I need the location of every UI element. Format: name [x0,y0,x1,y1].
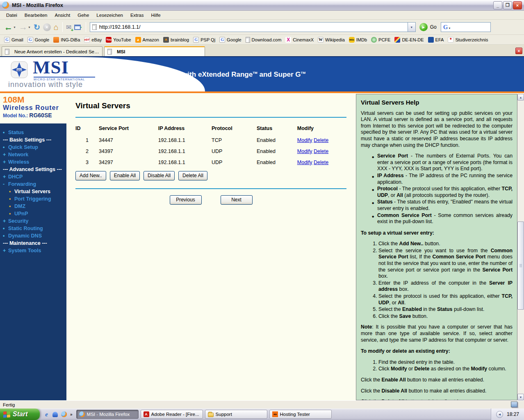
go-label[interactable]: Go [430,24,437,30]
search-engine-dropdown-icon[interactable]: ▼ [448,27,451,30]
bookmark-ebay[interactable]: ebYeBay [82,36,104,43]
url-dropdown-button[interactable]: ▼ [408,23,415,32]
menu-gehe[interactable]: Gehe [74,11,93,19]
sidebar-item-system-tools[interactable]: +System Tools [3,247,66,254]
firefox-icon[interactable] [61,411,67,418]
taskbar-task-firefox[interactable]: MSI - Mozilla Firefox [76,410,139,419]
tab-msi[interactable]: MSI [104,46,205,56]
sidebar-item-static-routing[interactable]: •Static Routing [3,225,66,232]
modify-link[interactable]: Modify [297,148,312,154]
bookmark-amazon[interactable]: aAmazon [133,36,161,43]
delete-link[interactable]: Delete [314,137,328,143]
bookmark-efa[interactable]: EFA [426,36,446,43]
bookmark-google-2[interactable]: GGoogle [217,36,243,43]
taskbar-task-hosting-tester[interactable]: ◄► Hosting Tester [269,410,332,419]
delete-link[interactable]: Delete [314,160,328,165]
bookmark-studiverzeichnis[interactable]: *Studiverzeichnis [446,36,490,43]
delete-link[interactable]: Delete [314,148,328,154]
stop-button[interactable]: × [42,21,52,33]
go-button[interactable]: ▶ [419,23,428,31]
sidebar-item-forwarding[interactable]: -Forwarding [3,180,66,188]
sidebar-item-wireless[interactable]: +Wireless [3,158,66,166]
forward-button[interactable]: →▼ [18,21,32,33]
help-panel: Virtual Servers Help Virtual servers can… [356,94,517,400]
dictionary-icon [394,37,400,43]
tab-forum[interactable]: Neue Antwort erstellen - Dedicated Serve… [2,46,103,56]
bookmark-label: eBay [91,37,102,42]
taskbar-clock: 18:27 [507,411,519,417]
minimize-button[interactable]: _ [493,1,502,9]
bookmark-wikipedia[interactable]: WWikipedia [316,36,347,43]
messenger-icon[interactable] [52,411,58,418]
back-dropdown-icon[interactable]: ▼ [13,26,16,29]
bookmark-pcfe[interactable]: PCFE [369,36,392,43]
menu-hilfe[interactable]: Hilfe [148,11,164,19]
tray-collapse-icon[interactable]: ◄ [496,411,503,418]
bookmark-de-en-de[interactable]: DE-EN-DE [392,36,426,43]
bookmark-brainblog[interactable]: Abrainblog [161,36,191,43]
help-step: Select the Enabled in the Status pull-do… [378,306,513,313]
enable-all-button[interactable]: Enable All [110,171,140,180]
start-label: Start [13,411,27,418]
menu-lesezeichen[interactable]: Lesezeichen [93,11,127,19]
disable-all-button[interactable]: Disable All [144,171,175,180]
menu-ansicht[interactable]: Ansicht [51,11,74,19]
bookmark-psp-qj[interactable]: GPSP Qj [191,36,217,43]
delete-all-button[interactable]: Delete All [178,171,207,180]
quick-launch-overflow-icon[interactable]: » [70,412,73,417]
sidebar-item-virtual-servers[interactable]: •Virtual Servers [9,188,66,195]
sidebar-item-port-triggering[interactable]: •Port Triggering [9,195,66,203]
close-button[interactable]: × [513,1,522,9]
new-window-button[interactable]: + [73,21,83,33]
sidebar-item-network[interactable]: +Network [3,151,66,158]
bookmark-download-com[interactable]: Download.com [244,36,284,43]
add-new-button[interactable]: Add New.. [75,171,106,180]
bookmark-ing-diba[interactable]: ING-DiBa [51,36,82,43]
sidebar-item-status[interactable]: •Status [3,129,66,136]
help-scrollbar[interactable]: ▲ ▼ [517,94,524,400]
wikipedia-icon: W [318,37,324,43]
msi-star-icon: MSI [11,61,28,78]
menu-datei[interactable]: Datei [2,11,21,19]
bookmark-label: DE-EN-DE [402,37,424,42]
menu-bearbeiten[interactable]: Bearbeiten [21,11,51,19]
sidebar-item-dmz[interactable]: •DMZ [9,203,66,210]
main-content: Virtual Servers ID Service Port IP Addre… [66,93,355,400]
modify-link[interactable]: Modify [297,160,312,165]
restore-button[interactable]: ❐ [503,1,512,9]
sidebar-item-security[interactable]: +Security [3,217,66,225]
previous-button[interactable]: Previous [170,195,202,205]
modify-link[interactable]: Modify [297,137,312,143]
taskbar-task-support[interactable]: Support [205,410,267,419]
bookmark-gmail[interactable]: GGmail [2,36,25,43]
internet-explorer-icon[interactable]: e [43,411,50,418]
statusbar-extension-icon[interactable] [511,402,517,407]
sidebar-item-dhcp[interactable]: +DHCP [3,173,66,180]
start-button[interactable]: Start [0,409,40,420]
search-input[interactable]: G ▼ [441,22,491,32]
col-header-id: ID [75,123,99,135]
forward-dropdown-icon[interactable]: ▼ [28,26,31,29]
back-button[interactable]: ←▼ [3,21,17,33]
bookmark-cinemaxx[interactable]: XCinemaxX [283,36,316,43]
close-tab-button[interactable]: × [515,48,522,54]
sidebar-item-upnp[interactable]: •UPnP [9,210,66,217]
task-label: MSI - Mozilla Firefox [87,412,130,417]
menu-extras[interactable]: Extras [127,11,148,19]
scroll-down-button[interactable]: ▼ [517,394,524,400]
bookmark-imdb[interactable]: IMDbIMDb [347,36,369,43]
scrollbar-thumb[interactable] [517,221,524,310]
home-button[interactable]: ⌂ [52,21,60,33]
sidebar-item-quick-setup[interactable]: •Quick Setup [3,144,66,151]
bookmark-youtube[interactable]: YouYouTube [104,36,133,43]
compose-mail-button[interactable]: ✉+ [65,21,73,33]
reload-button[interactable]: ↻ [32,21,41,33]
bookmark-google[interactable]: GGoogle [25,36,51,43]
sidebar-item-dynamic-dns[interactable]: •Dynamic DNS [3,232,66,240]
url-bar[interactable]: http://192.168.1.1/ ▼ [90,22,416,32]
taskbar-task-adobe-reader[interactable]: A Adobe Reader - [Fire... [141,410,203,419]
scrollbar-track[interactable] [517,100,524,394]
next-button[interactable]: Next [221,195,253,205]
scroll-up-button[interactable]: ▲ [517,94,524,100]
url-text[interactable]: http://192.168.1.1/ [99,24,141,30]
